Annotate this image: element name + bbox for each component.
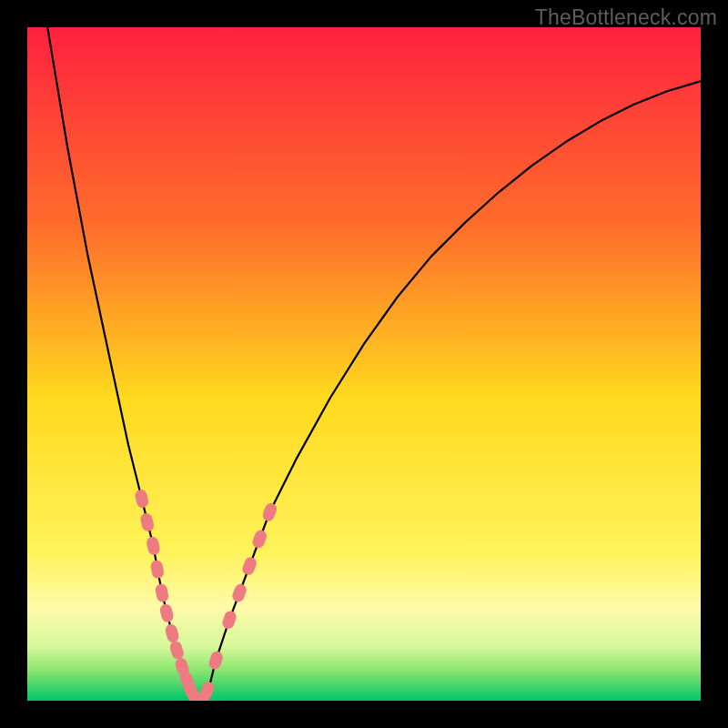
- chart-container: TheBottleneck.com: [0, 0, 728, 728]
- chart-svg: [27, 27, 701, 701]
- plot-area: [27, 27, 701, 701]
- gradient-background: [27, 27, 701, 701]
- watermark-text: TheBottleneck.com: [535, 5, 717, 30]
